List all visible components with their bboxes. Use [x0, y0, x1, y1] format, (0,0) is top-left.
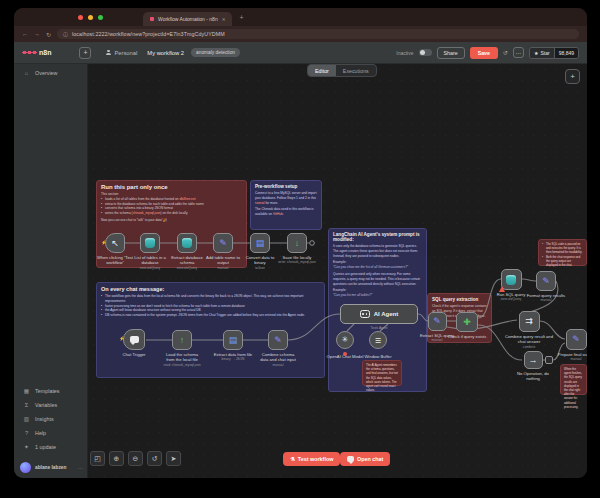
- sidebar-item-label: Templates: [35, 388, 60, 394]
- browser-tab-bar: Workflow Automation - n8n ✕ +: [14, 8, 587, 26]
- sidebar-item-label: Insights: [35, 416, 54, 422]
- zoom-to-fit-button[interactable]: ◰: [90, 451, 105, 466]
- mouse-pointer-icon: ↖: [111, 239, 119, 248]
- browser-tab[interactable]: Workflow Automation - n8n ✕: [143, 12, 232, 26]
- node-check-query[interactable]: ✚ Check if query exists: [447, 312, 487, 339]
- sidebar-item-label: Help: [35, 430, 46, 436]
- close-window-button[interactable]: [78, 15, 83, 20]
- user-name: ablane labzen: [35, 465, 74, 470]
- flask-icon: ⚗: [290, 456, 295, 462]
- sidebar-item-insights[interactable]: ▥ Insights: [14, 412, 87, 426]
- node-convert-binary[interactable]: ▤ Convert data to binary toJson: [240, 233, 280, 270]
- tab-title: Workflow Automation - n8n: [158, 16, 218, 22]
- user-menu[interactable]: ablane labzen ⋯: [20, 462, 83, 473]
- minimize-window-button[interactable]: [88, 15, 93, 20]
- sidebar-item-help[interactable]: ? Help: [14, 426, 87, 440]
- zoom-in-button[interactable]: ⊕: [109, 451, 124, 466]
- star-count: 98,849: [554, 48, 578, 58]
- sidebar-item-templates[interactable]: ▦ Templates: [14, 384, 87, 398]
- node-combine-result[interactable]: ⇉ Combine query result and chat answer c…: [505, 311, 553, 349]
- browser-window: Workflow Automation - n8n ✕ + ← → ↻ ⓘ lo…: [14, 8, 587, 478]
- node-extract-file[interactable]: ▤ Extract data from file binary → JSON: [213, 330, 253, 362]
- create-workflow-button[interactable]: +: [79, 47, 91, 59]
- forward-icon[interactable]: →: [34, 31, 40, 37]
- test-workflow-button[interactable]: ⚗ Test workflow: [283, 452, 340, 466]
- node-combine-schema[interactable]: ✎ Combine schema data and chat input man…: [258, 330, 298, 367]
- node-prepare-output[interactable]: ✎ Prepare final output manual: [555, 329, 587, 362]
- back-icon[interactable]: ←: [22, 31, 28, 37]
- sidebar-item-label: Overview: [35, 70, 57, 76]
- breadcrumb-project[interactable]: Personal: [114, 50, 137, 56]
- reset-zoom-button[interactable]: ↺: [147, 451, 162, 466]
- site-info-icon[interactable]: ⓘ: [63, 31, 68, 37]
- avatar: [20, 462, 31, 473]
- node-format-results[interactable]: ✎ Format query results manual: [526, 271, 566, 303]
- reload-icon[interactable]: ↻: [46, 31, 51, 38]
- open-chat-button[interactable]: Open chat: [340, 452, 390, 466]
- file-icon: ▤: [229, 336, 238, 345]
- chat-bubble-icon: [130, 336, 139, 343]
- sidebar-item-updates[interactable]: ✦ 1 update: [14, 440, 87, 454]
- window-controls[interactable]: [78, 15, 103, 20]
- save-button[interactable]: Save: [470, 47, 498, 59]
- person-icon: [105, 50, 111, 56]
- node-manual-trigger[interactable]: ⚡↖ When clicking “Test workflow”: [95, 233, 135, 266]
- activation-toggle[interactable]: [419, 49, 432, 57]
- github-star-button[interactable]: ★Star 98,849: [529, 47, 579, 59]
- workflow-canvas[interactable]: Editor Executions + Run this part only o…: [88, 64, 587, 478]
- n8n-logo-icon: [22, 48, 37, 57]
- merge-icon: ⇉: [525, 317, 533, 326]
- node-run-sql[interactable]: Run SQL query executeQuery: [491, 269, 531, 302]
- zoom-out-button[interactable]: ⊖: [128, 451, 143, 466]
- pencil-icon: ✎: [219, 239, 227, 248]
- maximize-window-button[interactable]: [98, 15, 103, 20]
- url-text: localhost:2222/workflow/new?projectId=E7…: [72, 31, 225, 37]
- trigger-bolt-icon: ⚡: [101, 240, 107, 245]
- user-more-icon[interactable]: ⋯: [78, 465, 83, 471]
- canvas-toolbar: ◰ ⊕ ⊖ ↺ ➤: [90, 451, 181, 466]
- robot-icon: [360, 310, 370, 318]
- node-add-table-name[interactable]: ✎ Add table name to output manual: [203, 233, 243, 270]
- node-ai-agent[interactable]: AI Agent Tools Agent: [340, 304, 418, 324]
- sidebar-item-overview[interactable]: ⌂ Overview: [14, 64, 87, 80]
- variables-icon: Σ: [23, 402, 30, 408]
- arrow-right-icon: →: [529, 356, 538, 365]
- file-upload-icon: ↑: [180, 336, 185, 345]
- error-dot: [343, 352, 347, 356]
- app-header: n8n + Personal My workflow 2 anomaly det…: [14, 42, 587, 64]
- node-noop[interactable]: → No Operation, do nothing: [511, 351, 555, 382]
- home-icon: ⌂: [23, 70, 30, 76]
- tidy-up-button[interactable]: ➤: [166, 451, 181, 466]
- chat-bubble-icon: [347, 456, 354, 462]
- node-save-file[interactable]: ↓ Save file locally write: chinook_mysql…: [277, 233, 317, 265]
- pencil-icon: ✎: [572, 335, 580, 344]
- workflow-name[interactable]: My workflow 2: [147, 50, 184, 56]
- sticky-body: The AI Agent remembers the schema, quest…: [366, 363, 398, 392]
- database-icon: [182, 238, 192, 248]
- sidebar-bottom: ▦ Templates Σ Variables ▥ Insights ? Hel…: [14, 384, 87, 454]
- share-button[interactable]: Share: [437, 47, 465, 59]
- node-extract-schema[interactable]: Extract database schema executeQuery: [167, 233, 207, 270]
- star-label: Star: [541, 50, 550, 56]
- new-tab-button[interactable]: +: [239, 14, 243, 21]
- history-icon[interactable]: ↺: [503, 49, 508, 56]
- pencil-icon: ✎: [274, 336, 282, 345]
- star-icon: ★: [534, 50, 538, 56]
- sidebar-item-variables[interactable]: Σ Variables: [14, 398, 87, 412]
- node-list-tables[interactable]: List of tables in a database executeQuer…: [130, 233, 170, 270]
- file-download-icon: ↓: [295, 239, 300, 248]
- node-chat-trigger[interactable]: ⚡ Chat Trigger: [114, 329, 154, 357]
- node-load-schema[interactable]: ↑ Load the schema from the local file re…: [162, 330, 202, 367]
- brand-name: n8n: [39, 49, 51, 56]
- more-menu-button[interactable]: ⋯: [513, 47, 524, 58]
- workflow-tag[interactable]: anomaly detection: [191, 48, 240, 57]
- pencil-icon: ✎: [433, 317, 441, 326]
- address-bar[interactable]: ⓘ localhost:2222/workflow/new?projectId=…: [57, 29, 579, 39]
- screenshot-stage: Workflow Automation - n8n ✕ + ← → ↻ ⓘ lo…: [0, 0, 600, 498]
- help-icon: ?: [23, 430, 30, 436]
- close-tab-icon[interactable]: ✕: [222, 17, 226, 22]
- update-icon: ✦: [23, 444, 30, 450]
- file-icon: ▤: [256, 239, 265, 248]
- sticky-memory-note[interactable]: The AI Agent remembers the schema, quest…: [362, 360, 402, 386]
- header-actions: Inactive Share Save ↺ ⋯ ★Star 98,849: [396, 47, 579, 59]
